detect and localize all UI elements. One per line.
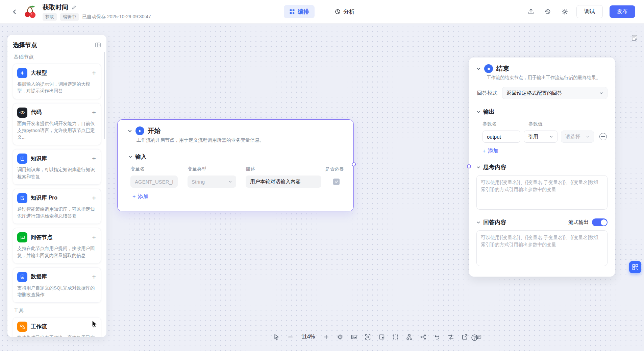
node-card-title: 大模型: [31, 70, 88, 77]
add-node-button[interactable]: +: [91, 155, 97, 162]
panel-title: 选择节点: [13, 41, 37, 49]
type-badge: 获取: [43, 13, 57, 21]
chevron-left-icon: [11, 9, 18, 15]
help-icon[interactable]: [470, 333, 478, 342]
share-icon[interactable]: [526, 7, 536, 17]
collapse-panel-icon[interactable]: [95, 42, 101, 48]
node-card-desc: 通过智能策略调用知识库，可以指定知识库进行知识检索和总结答复: [17, 206, 97, 220]
fit-view-icon[interactable]: [364, 333, 372, 341]
tab-orchestrate[interactable]: 编排: [284, 5, 315, 18]
node-card-desc: 面向开发者提供代码开发能力，目前仅支持python语言，允许使用该节点已定义..…: [17, 120, 97, 141]
qa-bubble-icon: [17, 232, 27, 242]
plus-icon: +: [482, 148, 486, 154]
start-play-icon: [135, 126, 144, 135]
chevron-down-icon[interactable]: [128, 155, 132, 159]
edit-pencil-icon[interactable]: [72, 5, 77, 10]
start-node-output-port[interactable]: [352, 162, 356, 166]
node-card-database[interactable]: 数据库 + 支持用户自定义的SQL完成对数据库的增删改查操作: [13, 267, 101, 303]
auto-layout-icon[interactable]: [405, 333, 413, 341]
chevron-down-icon[interactable]: [128, 129, 132, 133]
add-node-button[interactable]: +: [91, 195, 97, 202]
node-card-knowledge-pro[interactable]: 知识库 Pro + 通过智能策略调用知识库，可以指定知识库进行知识检索和总结答复: [13, 189, 101, 224]
chevron-down-icon[interactable]: [476, 110, 480, 114]
image-export-icon[interactable]: [350, 333, 358, 341]
node-card-desc: 根据输入的提示词，调用选定的大模型，对提示词作出回答: [17, 81, 97, 95]
qr-code-button[interactable]: [629, 261, 641, 273]
add-node-button[interactable]: +: [91, 274, 97, 280]
zoom-in-icon[interactable]: [322, 333, 330, 341]
node-card-desc: 调用知识库，可以指定知识库进行知识检索和答复: [17, 166, 97, 180]
autosave-text: 已自动保存 2025-10-29 09:30:47: [82, 14, 151, 20]
var-name-input[interactable]: [130, 176, 178, 188]
add-output-param-button[interactable]: + 添加: [482, 147, 615, 155]
analyze-icon: [335, 9, 341, 15]
section-tools: 工具: [14, 307, 100, 314]
node-card-llm[interactable]: 大模型 + 根据输入的提示词，调用选定的大模型，对提示词作出回答: [13, 64, 101, 99]
required-checkbox-checked[interactable]: [333, 179, 340, 185]
param-value-select[interactable]: 请选择: [561, 131, 594, 143]
zoom-out-icon[interactable]: [286, 333, 294, 341]
minimap-icon[interactable]: [377, 333, 386, 341]
workflow-icon: [17, 322, 27, 332]
locate-icon[interactable]: [336, 333, 344, 341]
chevron-down-icon[interactable]: [476, 165, 480, 169]
end-node-icon: [484, 64, 493, 73]
start-node[interactable]: 开始 工作流的开启节点，用于定义流程调用所需的业务变量信息。 输入 变量名 变量…: [117, 119, 354, 211]
node-card-title: 数据库: [31, 273, 88, 280]
end-node[interactable]: 结束 工作流的结束节点，用于输出工作流运行后的最终结果。 回答模式 返回设定格式…: [469, 57, 615, 277]
add-node-button[interactable]: +: [91, 323, 97, 330]
node-card-qa[interactable]: 问答节点 + 支持在此节点向用户提问，接收用户回复，并输出回复内容及提取的信息: [13, 228, 101, 263]
top-bar: 获取时间 获取 编辑中 已自动保存 2025-10-29 09:30:47 编排…: [0, 0, 644, 24]
branch-icon[interactable]: [419, 333, 427, 341]
output-section-title: 输出: [483, 108, 495, 116]
end-node-title: 结束: [496, 64, 509, 73]
history-icon[interactable]: [543, 7, 553, 17]
zoom-level[interactable]: 114%: [300, 334, 316, 340]
col-required: 是否必要: [325, 166, 345, 172]
pointer-icon[interactable]: [272, 333, 280, 341]
end-node-input-port[interactable]: [467, 164, 471, 168]
var-type-select[interactable]: String: [188, 176, 236, 188]
remove-param-button[interactable]: [599, 133, 607, 140]
add-input-variable-button[interactable]: + 添加: [132, 193, 353, 200]
input-column-headers: 变量名 变量类型 描述 是否必要: [130, 166, 345, 172]
param-name-label: 参数名: [482, 121, 528, 127]
answer-content-textarea[interactable]: [476, 230, 608, 266]
settings-gear-icon[interactable]: [560, 7, 570, 17]
section-basic-nodes: 基础节点: [14, 54, 100, 60]
panel-scrollbar[interactable]: [104, 52, 105, 139]
output-param-row: 引用 请选择: [482, 131, 615, 143]
group-select-icon[interactable]: [391, 333, 399, 341]
stream-output-toggle-on[interactable]: [592, 218, 608, 226]
start-node-desc: 工作流的开启节点，用于定义流程调用所需的业务变量信息。: [137, 137, 345, 143]
col-desc: 描述: [246, 166, 325, 172]
param-type-select[interactable]: 引用: [524, 131, 558, 143]
node-card-desc: 快速集成已发布工作流，高效复用已有能力: [17, 334, 97, 337]
tab-analyze[interactable]: 分析: [329, 5, 360, 18]
add-node-button[interactable]: +: [91, 234, 97, 241]
mode-tabs: 编排 分析: [284, 5, 360, 18]
publish-button[interactable]: 发布: [610, 5, 635, 18]
export-icon[interactable]: [461, 333, 469, 341]
chevron-down-icon[interactable]: [476, 67, 481, 71]
node-card-title: 问答节点: [31, 234, 88, 241]
node-card-title: 工作流: [31, 323, 88, 330]
back-button[interactable]: [9, 6, 20, 18]
debug-button[interactable]: 调试: [576, 5, 603, 18]
add-node-button[interactable]: +: [91, 70, 97, 76]
think-content-textarea[interactable]: [476, 175, 608, 210]
chevron-down-icon[interactable]: [476, 220, 480, 225]
tab-analyze-label: 分析: [343, 8, 355, 16]
node-card-workflow[interactable]: 工作流 + 快速集成已发布工作流，高效复用已有能力: [13, 317, 101, 337]
swap-icon[interactable]: [447, 333, 455, 341]
undo-icon[interactable]: [433, 333, 441, 341]
node-card-code[interactable]: </> 代码 + 面向开发者提供代码开发能力，目前仅支持python语言，允许使…: [13, 103, 101, 145]
node-card-title: 知识库 Pro: [31, 194, 88, 202]
end-node-desc: 工作流的结束节点，用于输出工作流运行后的最终结果。: [487, 75, 609, 81]
note-icon[interactable]: [630, 33, 639, 43]
node-card-knowledge[interactable]: 知识库 + 调用知识库，可以指定知识库进行知识检索和答复: [13, 149, 101, 185]
add-node-button[interactable]: +: [91, 109, 97, 116]
var-desc-input[interactable]: [246, 176, 321, 188]
answer-mode-select[interactable]: 返回设定格式配置的回答: [502, 87, 608, 99]
param-name-input[interactable]: [482, 131, 520, 143]
